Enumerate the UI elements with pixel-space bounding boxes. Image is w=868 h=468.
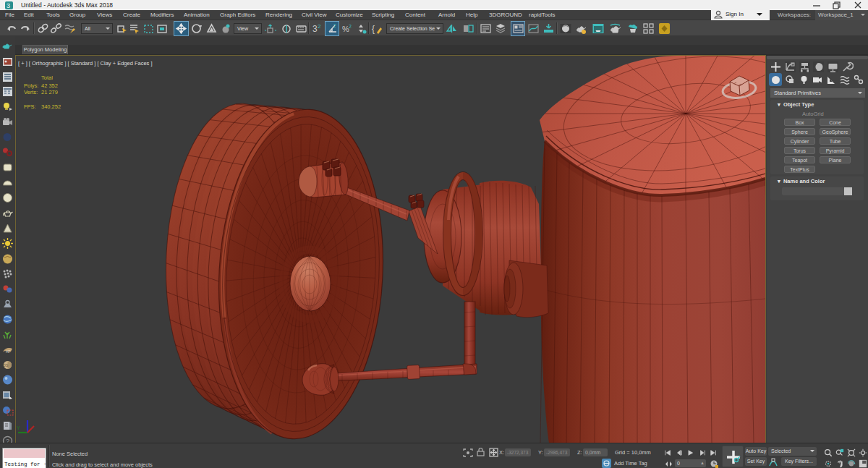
svg-text:FPS:: FPS:: [24, 103, 36, 110]
svg-text:2: 2: [318, 23, 321, 30]
svg-text:42 352: 42 352: [41, 82, 58, 89]
svg-text:Verts:: Verts:: [24, 89, 38, 95]
svg-text:Polys:: Polys:: [24, 82, 38, 89]
svg-text:HF: HF: [6, 349, 11, 354]
svg-text:OS: OS: [3, 363, 9, 367]
svg-text:Total: Total: [41, 75, 53, 81]
svg-text:2: 2: [349, 24, 352, 29]
svg-text:{: {: [372, 24, 375, 34]
svg-text:340,252: 340,252: [41, 103, 61, 110]
svg-text:3: 3: [7, 2, 10, 9]
svg-text:2: 2: [333, 23, 336, 28]
svg-text:Y: Y: [17, 425, 20, 430]
svg-text:[ + ] [ Orthographic ] [ Stand: [ + ] [ Orthographic ] [ Standard ] [ Cl…: [18, 60, 153, 67]
svg-text:21 279: 21 279: [41, 89, 58, 95]
svg-text:3: 3: [312, 24, 318, 34]
